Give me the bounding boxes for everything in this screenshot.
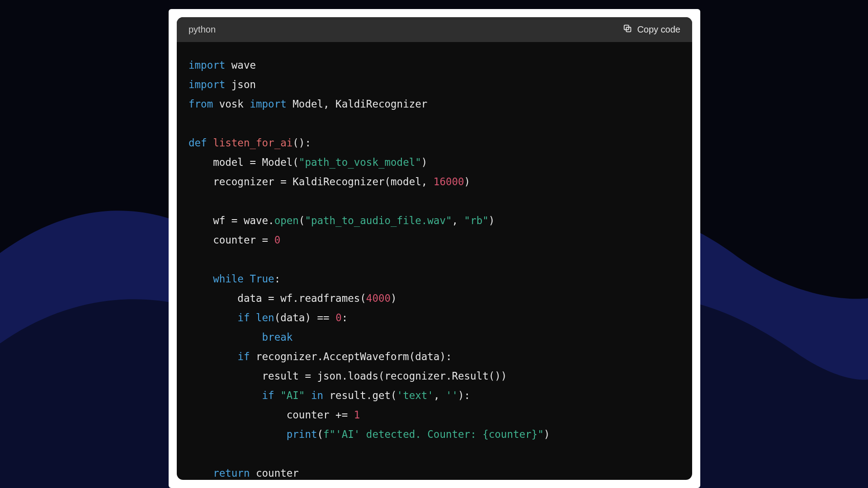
copy-icon <box>623 23 632 36</box>
copy-code-label: Copy code <box>637 24 680 35</box>
copy-code-button[interactable]: Copy code <box>623 23 680 36</box>
code-block: python Copy code import wave import json… <box>177 17 692 480</box>
code-body[interactable]: import wave import json from vosk import… <box>177 42 692 480</box>
code-content: import wave import json from vosk import… <box>189 56 680 480</box>
language-label: python <box>189 24 216 35</box>
content-card: python Copy code import wave import json… <box>169 9 700 488</box>
code-block-header: python Copy code <box>177 17 692 42</box>
